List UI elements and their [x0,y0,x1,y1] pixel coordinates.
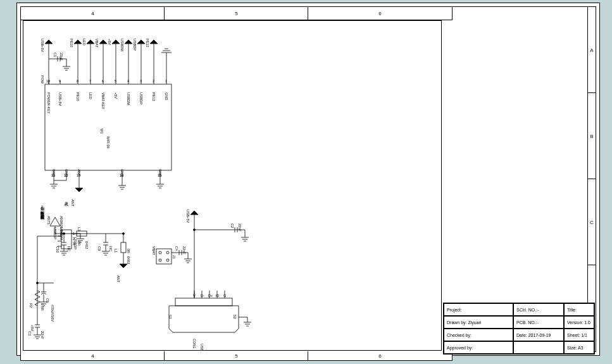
svg-text:15: 15 [158,173,161,177]
svg-marker-0 [45,40,53,44]
top-net-row: USB+5V C1 22nF [41,39,70,80]
svg-marker-20 [99,40,107,44]
ruler-col: 6 [308,351,453,361]
ruler-col: 5 [164,6,309,20]
j1-vbat: VBAT J1 C4 22nF [152,246,192,264]
svg-text:C10: C10 [56,246,59,253]
svg-text:14: 14 [120,173,123,177]
svg-text:1: 1 [165,79,167,83]
svg-text:13: 13 [77,173,80,177]
svg-text:NC: NC [109,246,113,251]
svg-text:12: 12 [64,173,68,177]
ruler-col: 4 [20,6,165,20]
ruler-col: 4 [20,351,165,361]
svg-text:1.5R: 1.5R [41,303,44,311]
svg-text:L1: L1 [114,249,118,253]
svg-marker-17 [87,40,94,44]
svg-text:POWER-KEY: POWER-KEY [47,92,51,114]
svg-rect-175 [175,298,232,306]
svg-text:D-: D- [201,294,204,298]
svg-point-144 [159,251,161,254]
svg-marker-32 [150,40,158,44]
svg-marker-195 [120,264,127,268]
svg-text:S1: S1 [168,315,172,319]
svg-text:GND: GND [165,92,168,100]
svg-text:CON1: CON1 [192,339,196,348]
svg-text:PE10: PE10 [76,92,80,101]
svg-text:USBDM: USBDM [120,39,124,51]
svg-text:POW: POW [41,75,44,84]
svg-text:L3: L3 [77,227,81,231]
ruler-row: A [587,6,596,94]
svg-text:3: 3 [140,79,142,83]
svg-text:22nF: 22nF [238,223,242,232]
svg-text:10: 10 [46,79,50,83]
svg-marker-92 [75,188,83,192]
svg-marker-23 [112,40,120,44]
svg-text:ANT: ANT [116,275,120,283]
usb-connector: USB+5V C2 22nF V D- D+ ID [168,210,251,350]
svg-text:USB+5V: USB+5V [58,92,62,106]
svg-text:5: 5 [115,79,116,83]
schematic-svg: USB+5V C1 22nF PE10 LED [23,21,441,350]
svg-text:VBAT: VBAT [95,39,99,48]
title-block: Project:SCH. NO.:-Title: Drawn by: Ziyua… [443,303,595,355]
antenna-note: 例如 π 型匹配电路，用于天线阻抗匹配 [40,204,44,220]
svg-point-174 [194,229,196,231]
svg-text:USBDM: USBDM [127,92,130,105]
svg-text:AN9520-245: AN9520-245 [59,216,63,235]
svg-text:8: 8 [77,79,78,83]
svg-text:2: 2 [153,79,154,83]
svg-text:6: 6 [102,79,104,83]
svg-point-147 [166,259,169,261]
svg-text:USB+5V: USB+5V [186,210,190,223]
svg-text:4: 4 [127,79,129,83]
svg-marker-14 [74,40,82,44]
pi-match: ANT L1 0R 0402 C9 NC L3 0R [47,216,130,283]
svg-text:0R: 0R [127,249,130,253]
svg-text:天线: 天线 [64,202,68,206]
svg-text:V: V [193,294,196,298]
svg-text:0R: 0R [77,241,81,246]
svg-text:9: 9 [59,79,61,83]
svg-text:C4: C4 [175,246,178,251]
ruler-col: 6 [308,6,453,20]
svg-text:470uF/10V: 470uF/10V [51,304,54,322]
svg-text:NC: NC [67,246,71,251]
svg-text:C9: C9 [97,246,101,251]
svg-point-145 [166,251,169,254]
svg-text:PE10: PE10 [70,39,73,47]
svg-text:USBDP: USBDP [133,39,137,51]
svg-text:22nF: 22nF [182,246,186,254]
svg-text:C1: C1 [53,53,57,57]
svg-text:WIFI-06: WIFI-06 [106,136,110,149]
ruler-col: 5 [164,351,309,361]
svg-text:USB+5V: USB+5V [41,39,44,53]
svg-text:R2: R2 [29,303,33,308]
svg-marker-26 [125,40,132,44]
svg-text:G: G [223,294,226,298]
svg-point-146 [159,259,161,261]
svg-text:J1: J1 [172,255,176,259]
svg-text:+5V: +5V [108,39,111,45]
svg-text:+5V: +5V [30,325,34,331]
svg-text:PE12: PE12 [146,39,149,47]
svg-text:0402: 0402 [85,241,89,249]
svg-text:LED: LED [89,92,92,99]
svg-rect-143 [156,249,172,264]
svg-text:C3: C3 [28,331,32,336]
power-block: +5V R2 1.5R C5 470uF/10V C3 [28,227,84,339]
svg-text:22nF: 22nF [59,53,63,61]
svg-text:22nF: 22nF [41,331,44,339]
svg-text:LED: LED [82,39,86,46]
svg-text:ID: ID [216,294,220,298]
svg-text:W1: W1 [100,129,104,134]
svg-text:PE12: PE12 [152,92,156,101]
svg-marker-160 [190,211,198,215]
ic-top-pins: PE10 LED VBAT +5V USBDM [70,39,172,80]
svg-text:C5: C5 [46,298,49,303]
svg-text:ANT1: ANT1 [47,216,51,225]
svg-text:7: 7 [89,79,91,83]
svg-text:USBDP: USBDP [139,92,143,104]
svg-text:ANT: ANT [71,199,75,207]
